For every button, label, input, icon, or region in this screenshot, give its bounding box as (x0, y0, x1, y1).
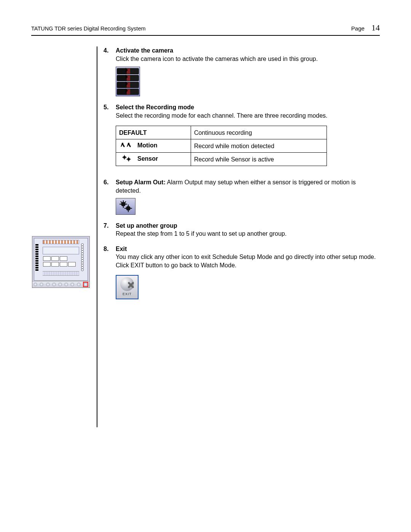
side-column (31, 46, 97, 427)
toolbar-icon (64, 283, 68, 286)
step-7: 7. Set up another group Repeat the step … (104, 222, 380, 238)
page-label: Page (351, 25, 365, 32)
step-number: 7. (104, 222, 116, 238)
svg-line-19 (125, 201, 126, 203)
step-text: You may click any other icon to exit Sch… (116, 253, 380, 269)
toolbar-icon (40, 283, 43, 286)
close-icon (120, 277, 134, 291)
table-row: Motion Record while motion detected (116, 139, 327, 153)
motion-icon (119, 142, 134, 149)
alarm-out-icon (116, 198, 135, 215)
main-column: 4. Activate the camera Click the camera … (97, 46, 380, 427)
mode-motion-cell: Motion (116, 139, 191, 153)
camera-icon-stack (116, 67, 140, 96)
svg-point-13 (126, 206, 131, 211)
step-number: 5. (104, 103, 116, 171)
doc-title: TATUNG TDR series Digital Recording Syst… (31, 26, 146, 32)
mode-motion-label: Motion (137, 141, 157, 150)
exit-button-label: EXIT (123, 292, 132, 296)
thumbnail-camera-column (35, 244, 41, 271)
sensor-icon (119, 155, 134, 162)
mode-sensor-desc: Record while Sensor is active (191, 153, 327, 166)
step-number: 8. (104, 245, 116, 299)
camera-icon (117, 68, 139, 74)
thumbnail-center-panels (43, 247, 79, 269)
step-title: Setup Alarm Out: (116, 179, 166, 185)
mode-default-desc: Continuous recording (191, 126, 327, 139)
step-4: 4. Activate the camera Click the camera … (104, 46, 380, 96)
thumbnail-canvas (34, 238, 88, 281)
step-title: Select the Recording mode (116, 103, 380, 112)
step-text: Repeat the step from 1 to 5 if you want … (116, 230, 380, 238)
camera-icon (117, 89, 139, 95)
toolbar-exit-icon-highlighted (83, 282, 88, 287)
svg-line-18 (121, 201, 122, 203)
toolbar-icon (52, 283, 56, 286)
body: 4. Activate the camera Click the camera … (31, 46, 380, 427)
toolbar-icon (46, 283, 50, 286)
table-row: Sensor Record while Sensor is active (116, 153, 327, 166)
recording-modes-table: DEFAULT Continuous recording (116, 126, 327, 166)
mode-sensor-label: Sensor (137, 155, 158, 163)
toolbar-icon (33, 283, 37, 286)
thumbnail-alarmout-row (43, 271, 79, 276)
page: TATUNG TDR series Digital Recording Syst… (0, 0, 411, 532)
camera-icon (117, 82, 139, 88)
step-text: Select the recording mode for each chann… (116, 112, 380, 120)
step-number: 4. (104, 46, 116, 96)
thumbnail-groups-row (43, 240, 79, 244)
thumbnail-toolbar (32, 281, 89, 288)
step-6: 6. Setup Alarm Out: Alarm Output may set… (104, 178, 380, 214)
svg-point-2 (123, 156, 126, 159)
page-indicator: Page 14 (351, 23, 380, 33)
step-title: Set up another group (116, 222, 380, 230)
mode-default-label: DEFAULT (116, 126, 191, 139)
page-header: TATUNG TDR series Digital Recording Syst… (31, 23, 380, 33)
page-number: 14 (371, 23, 380, 32)
step-text: Click the camera icon to activate the ca… (116, 55, 380, 63)
table-row: DEFAULT Continuous recording (116, 126, 327, 139)
toolbar-icon (70, 283, 74, 286)
svg-point-3 (127, 158, 130, 161)
camera-icon (117, 75, 139, 81)
exit-button-graphic: EXIT (116, 275, 139, 299)
step-5: 5. Select the Recording mode Select the … (104, 103, 380, 171)
toolbar-icon (77, 283, 81, 286)
step-8: 8. Exit You may click any other icon to … (104, 245, 380, 299)
step-title: Activate the camera (116, 46, 380, 55)
toolbar-icon (58, 283, 62, 286)
header-rule (31, 35, 380, 36)
mode-sensor-cell: Sensor (116, 153, 191, 166)
schedule-setup-thumbnail (32, 236, 90, 288)
mode-motion-desc: Record while motion detected (191, 139, 327, 153)
step-number: 6. (104, 178, 116, 214)
step-title: Exit (116, 245, 380, 253)
thumbnail-sensor-column (81, 244, 86, 271)
